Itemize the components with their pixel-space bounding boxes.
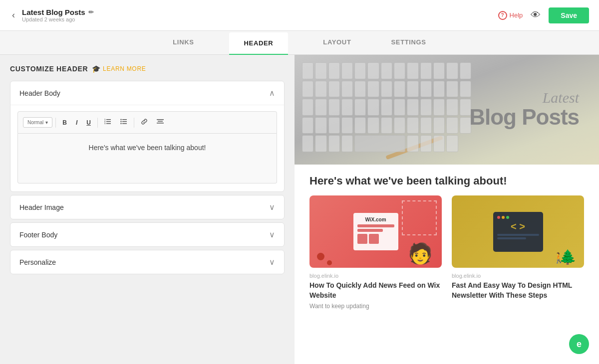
svg-rect-2 (106, 123, 111, 124)
accordion-header-body-content: Normal ▾ B I U 1.2.3. (10, 105, 284, 191)
main-content: CUSTOMIZE HEADER 🎓 Learn More Header Bod… (0, 55, 599, 364)
elink-badge: e (569, 334, 589, 354)
tab-links[interactable]: LINKS (168, 31, 199, 54)
accordion-personalize: Personalize ∨ (10, 250, 285, 274)
format-select[interactable]: Normal ▾ (23, 117, 52, 128)
card-2-image: < > 🌲 🚶 (452, 195, 584, 268)
accordion-header-body-icon: ∧ (269, 88, 275, 98)
blog-cards: WiX.com 🧑 (309, 195, 584, 310)
left-panel: CUSTOMIZE HEADER 🎓 Learn More Header Bod… (0, 55, 295, 364)
card-2-title: Fast And Easy Way To Design HTML Newslet… (452, 281, 584, 300)
accordion-header-image-title: Header Image (19, 203, 64, 211)
ordered-list-button[interactable]: 1.2.3. (101, 116, 115, 129)
person-icon-2: 🚶 (553, 252, 565, 264)
page-title: Latest Blog Posts ✏ (22, 8, 94, 16)
bold-button[interactable]: B (59, 117, 70, 129)
accordion-footer-body-title: Footer Body (19, 231, 57, 239)
topbar-left: ‹ Latest Blog Posts ✏ Updated 2 weeks ag… (10, 8, 94, 22)
underline-button[interactable]: U (83, 117, 94, 129)
svg-rect-7 (122, 121, 127, 122)
card-1-excerpt: Want to keep updating (309, 303, 442, 310)
nav-tabs: LINKS HEADER LAYOUT SETTINGS (0, 31, 599, 55)
topbar-right: ? Help 👁 Save (498, 7, 589, 23)
preview-content: // inline key rendering handled by HTML … (295, 55, 599, 364)
svg-rect-1 (106, 121, 111, 122)
help-label: Help (510, 11, 523, 19)
svg-point-11 (120, 123, 121, 124)
accordion-header-image-icon: ∨ (269, 202, 275, 212)
updated-text: Updated 2 weeks ago (22, 16, 94, 22)
card-1-title: How To Quickly Add News Feed on Wix Webs… (309, 281, 442, 300)
editor-content: Here's what we've been talking about! (28, 144, 267, 152)
hero-image: // inline key rendering handled by HTML … (295, 55, 599, 165)
svg-text:3.: 3. (104, 122, 106, 125)
preview-button[interactable]: 👁 (531, 9, 541, 21)
code-mockup: < > (493, 212, 543, 252)
svg-rect-14 (157, 123, 164, 124)
card-1-image: WiX.com 🧑 (309, 195, 442, 268)
wix-mockup: WiX.com (353, 213, 398, 250)
blog-subtitle: Here's what we've been talking about! (309, 175, 584, 187)
hero-latest: Latest (469, 90, 579, 105)
edit-icon[interactable]: ✏ (88, 8, 94, 16)
accordion-header-body: Header Body ∧ Normal ▾ B I U 1.2.3. (10, 81, 285, 192)
align-button[interactable] (153, 116, 167, 129)
help-icon: ? (498, 11, 507, 20)
svg-rect-0 (106, 119, 111, 120)
back-button[interactable]: ‹ (10, 8, 17, 22)
accordion-header-image: Header Image ∨ (10, 195, 285, 219)
svg-rect-13 (158, 121, 163, 122)
toolbar-separator-3 (134, 118, 134, 128)
accordion-footer-body: Footer Body ∨ (10, 222, 285, 247)
blog-card-1: WiX.com 🧑 (309, 195, 442, 310)
svg-point-9 (120, 119, 121, 120)
card-2-source: blog.elink.io (452, 273, 584, 279)
blog-preview-section: Here's what we've been talking about! Wi… (295, 165, 599, 364)
svg-rect-12 (157, 119, 164, 120)
italic-button[interactable]: I (72, 117, 81, 129)
hero-overlay: Latest Blog Posts (295, 55, 599, 165)
accordion-personalize-title: Personalize (19, 258, 56, 266)
title-block: Latest Blog Posts ✏ Updated 2 weeks ago (22, 8, 94, 22)
accordion-footer-body-icon: ∨ (269, 230, 275, 239)
format-label: Normal (27, 120, 43, 125)
link-button[interactable] (137, 116, 151, 129)
topbar: ‹ Latest Blog Posts ✏ Updated 2 weeks ag… (0, 0, 599, 31)
accordion-header-image-toggle[interactable]: Header Image ∨ (10, 195, 284, 219)
customize-header-title: CUSTOMIZE HEADER 🎓 Learn More (10, 65, 285, 73)
save-button[interactable]: Save (549, 7, 589, 23)
hero-text: Latest Blog Posts (469, 90, 579, 129)
person-icon: 🧑 (408, 242, 433, 265)
tab-settings[interactable]: SETTINGS (386, 31, 431, 54)
tab-header[interactable]: HEADER (229, 32, 289, 55)
accordion-personalize-icon: ∨ (269, 257, 275, 267)
accordion-header-body-toggle[interactable]: Header Body ∧ (10, 81, 284, 105)
svg-rect-6 (122, 119, 127, 120)
toolbar-separator-1 (55, 118, 56, 128)
tab-layout[interactable]: LAYOUT (318, 31, 356, 54)
right-panel: // inline key rendering handled by HTML … (295, 55, 599, 364)
hero-blog-posts: Blog Posts (469, 105, 579, 129)
editor-toolbar: Normal ▾ B I U 1.2.3. (17, 111, 277, 134)
learn-more-link[interactable]: 🎓 Learn More (92, 65, 146, 73)
svg-point-10 (120, 121, 121, 122)
accordion-header-body-title: Header Body (19, 89, 60, 97)
format-arrow: ▾ (45, 120, 48, 125)
help-button[interactable]: ? Help (498, 11, 523, 20)
toolbar-separator-2 (97, 118, 98, 128)
accordion-personalize-toggle[interactable]: Personalize ∨ (10, 250, 284, 274)
card-1-source: blog.elink.io (309, 273, 442, 279)
accordion-footer-body-toggle[interactable]: Footer Body ∨ (10, 223, 284, 246)
editor-area[interactable]: Here's what we've been talking about! (17, 134, 277, 183)
svg-rect-8 (122, 123, 127, 124)
learn-icon: 🎓 (92, 65, 101, 73)
blog-card-2: < > 🌲 🚶 blog.elink.io Fast And Easy Way … (452, 195, 584, 310)
unordered-list-button[interactable] (117, 116, 131, 129)
